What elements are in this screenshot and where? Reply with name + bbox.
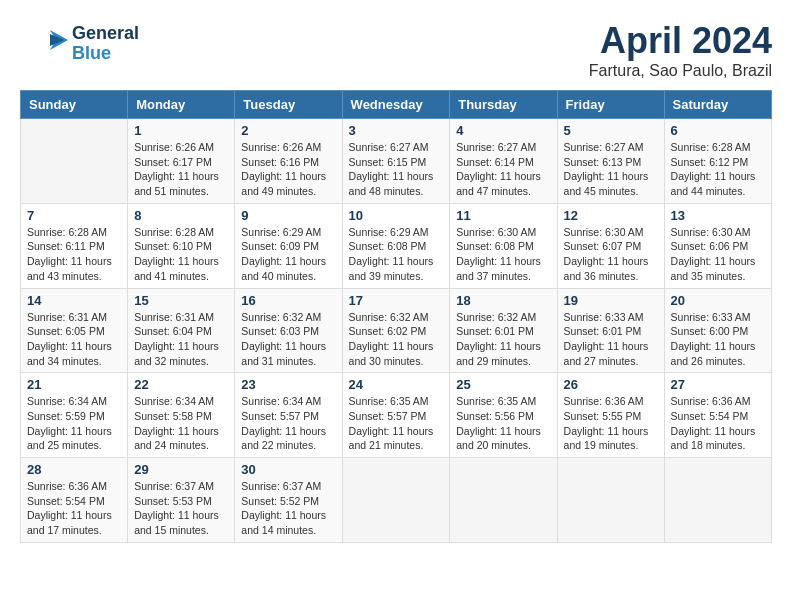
calendar-cell: 14Sunrise: 6:31 AM Sunset: 6:05 PM Dayli…	[21, 288, 128, 373]
day-info: Sunrise: 6:33 AM Sunset: 6:01 PM Dayligh…	[564, 310, 658, 369]
day-info: Sunrise: 6:30 AM Sunset: 6:06 PM Dayligh…	[671, 225, 765, 284]
day-info: Sunrise: 6:37 AM Sunset: 5:52 PM Dayligh…	[241, 479, 335, 538]
calendar-cell: 25Sunrise: 6:35 AM Sunset: 5:56 PM Dayli…	[450, 373, 557, 458]
day-info: Sunrise: 6:26 AM Sunset: 6:16 PM Dayligh…	[241, 140, 335, 199]
calendar-table: SundayMondayTuesdayWednesdayThursdayFrid…	[20, 90, 772, 543]
calendar-cell: 3Sunrise: 6:27 AM Sunset: 6:15 PM Daylig…	[342, 119, 450, 204]
day-info: Sunrise: 6:30 AM Sunset: 6:08 PM Dayligh…	[456, 225, 550, 284]
header-wednesday: Wednesday	[342, 91, 450, 119]
day-info: Sunrise: 6:34 AM Sunset: 5:57 PM Dayligh…	[241, 394, 335, 453]
calendar-cell: 2Sunrise: 6:26 AM Sunset: 6:16 PM Daylig…	[235, 119, 342, 204]
day-info: Sunrise: 6:32 AM Sunset: 6:01 PM Dayligh…	[456, 310, 550, 369]
location: Fartura, Sao Paulo, Brazil	[589, 62, 772, 80]
calendar-cell: 17Sunrise: 6:32 AM Sunset: 6:02 PM Dayli…	[342, 288, 450, 373]
header-saturday: Saturday	[664, 91, 771, 119]
day-number: 22	[134, 377, 228, 392]
title-section: April 2024 Fartura, Sao Paulo, Brazil	[589, 20, 772, 80]
week-row-5: 28Sunrise: 6:36 AM Sunset: 5:54 PM Dayli…	[21, 458, 772, 543]
logo-general: General	[72, 24, 139, 44]
day-number: 3	[349, 123, 444, 138]
calendar-cell	[342, 458, 450, 543]
day-info: Sunrise: 6:28 AM Sunset: 6:12 PM Dayligh…	[671, 140, 765, 199]
day-info: Sunrise: 6:26 AM Sunset: 6:17 PM Dayligh…	[134, 140, 228, 199]
calendar-cell: 24Sunrise: 6:35 AM Sunset: 5:57 PM Dayli…	[342, 373, 450, 458]
calendar-cell: 9Sunrise: 6:29 AM Sunset: 6:09 PM Daylig…	[235, 203, 342, 288]
day-number: 17	[349, 293, 444, 308]
calendar-cell: 10Sunrise: 6:29 AM Sunset: 6:08 PM Dayli…	[342, 203, 450, 288]
logo-icon	[20, 20, 68, 68]
calendar-cell: 29Sunrise: 6:37 AM Sunset: 5:53 PM Dayli…	[128, 458, 235, 543]
month-title: April 2024	[589, 20, 772, 62]
day-number: 27	[671, 377, 765, 392]
day-number: 6	[671, 123, 765, 138]
calendar-cell: 7Sunrise: 6:28 AM Sunset: 6:11 PM Daylig…	[21, 203, 128, 288]
logo: General Blue	[20, 20, 139, 68]
calendar-cell	[557, 458, 664, 543]
calendar-cell: 23Sunrise: 6:34 AM Sunset: 5:57 PM Dayli…	[235, 373, 342, 458]
day-number: 8	[134, 208, 228, 223]
calendar-cell: 30Sunrise: 6:37 AM Sunset: 5:52 PM Dayli…	[235, 458, 342, 543]
calendar-cell: 13Sunrise: 6:30 AM Sunset: 6:06 PM Dayli…	[664, 203, 771, 288]
day-number: 12	[564, 208, 658, 223]
day-info: Sunrise: 6:36 AM Sunset: 5:54 PM Dayligh…	[671, 394, 765, 453]
day-info: Sunrise: 6:36 AM Sunset: 5:55 PM Dayligh…	[564, 394, 658, 453]
day-number: 21	[27, 377, 121, 392]
day-number: 25	[456, 377, 550, 392]
day-number: 28	[27, 462, 121, 477]
week-row-2: 7Sunrise: 6:28 AM Sunset: 6:11 PM Daylig…	[21, 203, 772, 288]
day-info: Sunrise: 6:30 AM Sunset: 6:07 PM Dayligh…	[564, 225, 658, 284]
day-info: Sunrise: 6:32 AM Sunset: 6:02 PM Dayligh…	[349, 310, 444, 369]
day-info: Sunrise: 6:31 AM Sunset: 6:04 PM Dayligh…	[134, 310, 228, 369]
day-info: Sunrise: 6:33 AM Sunset: 6:00 PM Dayligh…	[671, 310, 765, 369]
day-info: Sunrise: 6:27 AM Sunset: 6:13 PM Dayligh…	[564, 140, 658, 199]
day-number: 4	[456, 123, 550, 138]
day-number: 1	[134, 123, 228, 138]
calendar-cell: 6Sunrise: 6:28 AM Sunset: 6:12 PM Daylig…	[664, 119, 771, 204]
day-info: Sunrise: 6:28 AM Sunset: 6:11 PM Dayligh…	[27, 225, 121, 284]
header-friday: Friday	[557, 91, 664, 119]
day-info: Sunrise: 6:34 AM Sunset: 5:58 PM Dayligh…	[134, 394, 228, 453]
day-info: Sunrise: 6:28 AM Sunset: 6:10 PM Dayligh…	[134, 225, 228, 284]
day-number: 13	[671, 208, 765, 223]
calendar-cell: 19Sunrise: 6:33 AM Sunset: 6:01 PM Dayli…	[557, 288, 664, 373]
logo-blue: Blue	[72, 44, 139, 64]
day-number: 9	[241, 208, 335, 223]
day-number: 30	[241, 462, 335, 477]
calendar-cell: 26Sunrise: 6:36 AM Sunset: 5:55 PM Dayli…	[557, 373, 664, 458]
day-number: 15	[134, 293, 228, 308]
day-info: Sunrise: 6:29 AM Sunset: 6:08 PM Dayligh…	[349, 225, 444, 284]
day-number: 2	[241, 123, 335, 138]
calendar-cell: 21Sunrise: 6:34 AM Sunset: 5:59 PM Dayli…	[21, 373, 128, 458]
day-info: Sunrise: 6:36 AM Sunset: 5:54 PM Dayligh…	[27, 479, 121, 538]
calendar-cell: 1Sunrise: 6:26 AM Sunset: 6:17 PM Daylig…	[128, 119, 235, 204]
calendar-cell: 8Sunrise: 6:28 AM Sunset: 6:10 PM Daylig…	[128, 203, 235, 288]
calendar-cell	[21, 119, 128, 204]
header-sunday: Sunday	[21, 91, 128, 119]
day-number: 16	[241, 293, 335, 308]
day-info: Sunrise: 6:31 AM Sunset: 6:05 PM Dayligh…	[27, 310, 121, 369]
day-info: Sunrise: 6:27 AM Sunset: 6:15 PM Dayligh…	[349, 140, 444, 199]
header-thursday: Thursday	[450, 91, 557, 119]
calendar-cell: 11Sunrise: 6:30 AM Sunset: 6:08 PM Dayli…	[450, 203, 557, 288]
page-header: General Blue April 2024 Fartura, Sao Pau…	[20, 20, 772, 80]
day-info: Sunrise: 6:27 AM Sunset: 6:14 PM Dayligh…	[456, 140, 550, 199]
day-number: 23	[241, 377, 335, 392]
day-number: 11	[456, 208, 550, 223]
week-row-1: 1Sunrise: 6:26 AM Sunset: 6:17 PM Daylig…	[21, 119, 772, 204]
day-number: 26	[564, 377, 658, 392]
day-info: Sunrise: 6:35 AM Sunset: 5:56 PM Dayligh…	[456, 394, 550, 453]
day-number: 5	[564, 123, 658, 138]
calendar-cell: 20Sunrise: 6:33 AM Sunset: 6:00 PM Dayli…	[664, 288, 771, 373]
day-info: Sunrise: 6:32 AM Sunset: 6:03 PM Dayligh…	[241, 310, 335, 369]
day-info: Sunrise: 6:37 AM Sunset: 5:53 PM Dayligh…	[134, 479, 228, 538]
day-number: 18	[456, 293, 550, 308]
day-number: 10	[349, 208, 444, 223]
week-row-4: 21Sunrise: 6:34 AM Sunset: 5:59 PM Dayli…	[21, 373, 772, 458]
day-info: Sunrise: 6:34 AM Sunset: 5:59 PM Dayligh…	[27, 394, 121, 453]
header-tuesday: Tuesday	[235, 91, 342, 119]
calendar-cell: 5Sunrise: 6:27 AM Sunset: 6:13 PM Daylig…	[557, 119, 664, 204]
day-number: 7	[27, 208, 121, 223]
calendar-cell: 22Sunrise: 6:34 AM Sunset: 5:58 PM Dayli…	[128, 373, 235, 458]
day-number: 14	[27, 293, 121, 308]
day-number: 20	[671, 293, 765, 308]
